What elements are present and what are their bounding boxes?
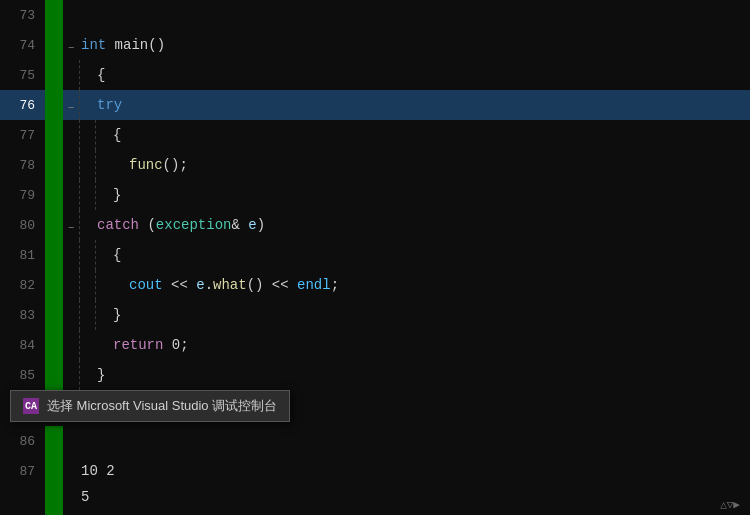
output-10-2: 10 2	[81, 463, 115, 479]
line-num-83: 83	[0, 300, 45, 330]
tooltip-icon-text: CA	[25, 401, 37, 412]
content-81: {	[111, 240, 750, 270]
brace-close: }	[113, 307, 121, 323]
line-num-73: 73	[0, 0, 45, 30]
line-num-86: 86	[0, 426, 45, 456]
content-80: catch (exception& e)	[95, 210, 750, 240]
code-line-86: 86	[0, 426, 750, 456]
indent-bar	[95, 240, 111, 270]
tooltip-icon: CA	[23, 398, 39, 414]
indent-bar	[79, 180, 95, 210]
collapse-78	[63, 150, 79, 180]
semi: ;	[331, 277, 339, 293]
keyword-try: try	[97, 97, 122, 113]
content-74: int main()	[79, 30, 750, 60]
line-num-87: 87	[0, 456, 45, 486]
code-line-76: 76 ⚊ try	[0, 90, 750, 120]
content-82: cout << e.what() << endl;	[111, 270, 750, 300]
code-line-73: 73	[0, 0, 750, 30]
what-method: what	[213, 277, 247, 293]
gutter-85	[45, 360, 63, 390]
collapse-85	[63, 360, 79, 390]
content-75: {	[95, 60, 750, 90]
gutter-87b	[45, 486, 63, 508]
line-num-76: 76	[0, 90, 45, 120]
code-line-78: 78 func();	[0, 150, 750, 180]
collapse-79	[63, 180, 79, 210]
collapse-76[interactable]: ⚊	[63, 90, 79, 120]
param-e: e	[248, 217, 256, 233]
brace-close-main: }	[97, 367, 105, 383]
line-num-74: 74	[0, 30, 45, 60]
line-num-82: 82	[0, 270, 45, 300]
gutter-76	[45, 90, 63, 120]
collapse-73	[63, 0, 79, 30]
collapse-86	[63, 426, 79, 456]
code-line-88a: 88 delete:00000209D99D6100	[0, 508, 750, 515]
output-5: 5	[81, 489, 89, 505]
collapse-80[interactable]: ⚊	[63, 210, 79, 240]
collapse-88a	[63, 508, 79, 515]
tooltip-popup[interactable]: CA 选择 Microsoft Visual Studio 调试控制台	[10, 390, 290, 422]
tooltip-label: 选择 Microsoft Visual Studio 调试控制台	[47, 397, 277, 415]
line-num-79: 79	[0, 180, 45, 210]
gutter-86	[45, 426, 63, 456]
indent-bar	[95, 180, 111, 210]
brace-open: {	[97, 67, 105, 83]
gutter-75	[45, 60, 63, 90]
content-88a: delete:00000209D99D6100	[79, 508, 750, 515]
dot: .	[205, 277, 213, 293]
brace-open: {	[113, 247, 121, 263]
content-86	[79, 426, 750, 456]
code-line-87: 87 10 2	[0, 456, 750, 486]
content-87: 10 2	[79, 456, 750, 486]
line-num-87b	[0, 486, 45, 508]
collapse-81	[63, 240, 79, 270]
indent-bar	[79, 240, 95, 270]
content-78: func();	[111, 150, 750, 180]
gutter-79	[45, 180, 63, 210]
collapse-87b	[63, 486, 79, 508]
code-line-80: 80 ⚊ catch (exception& e)	[0, 210, 750, 240]
line-num-84: 84	[0, 330, 45, 360]
indent-bar	[79, 150, 95, 180]
indent-bar	[95, 150, 111, 180]
code-line-79: 79 }	[0, 180, 750, 210]
line-num-88a: 88	[0, 508, 45, 515]
content-73	[79, 0, 750, 30]
line-num-80: 80	[0, 210, 45, 240]
indent-bar	[79, 270, 95, 300]
gutter-81	[45, 240, 63, 270]
endl-kw: endl	[297, 277, 331, 293]
indent-bar	[79, 120, 95, 150]
content-85: }	[95, 360, 750, 390]
collapse-75	[63, 60, 79, 90]
gutter-84	[45, 330, 63, 360]
indent-bar	[79, 90, 95, 120]
indent-bar	[95, 300, 111, 330]
code-line-82: 82 cout << e.what() << endl;	[0, 270, 750, 300]
keyword-catch: catch	[97, 217, 139, 233]
code-line-75: 75 {	[0, 60, 750, 90]
space: (	[139, 217, 156, 233]
collapse-74[interactable]: ⚊	[63, 30, 79, 60]
brace-close: }	[113, 187, 121, 203]
indent-bar	[79, 360, 95, 390]
call-paren: ();	[163, 157, 188, 173]
editor-container: 73 74 ⚊ int main() 75 { 76 ⚊ try	[0, 0, 750, 515]
line-num-75: 75	[0, 60, 45, 90]
content-87b: 5	[79, 486, 750, 508]
code-line-83: 83 }	[0, 300, 750, 330]
cout-kw: cout	[129, 277, 163, 293]
code-line-85: 85 } CA 选择 Microsoft Visual Studio 调试控制台	[0, 360, 750, 390]
collapse-77	[63, 120, 79, 150]
code-line-87b: 5	[0, 486, 750, 508]
indent-bar	[79, 300, 95, 330]
indent-bar	[79, 60, 95, 90]
content-79: }	[111, 180, 750, 210]
content-84: return 0;	[95, 330, 750, 360]
indent-bar	[79, 330, 95, 360]
paren: )	[257, 217, 265, 233]
code-line-74: 74 ⚊ int main()	[0, 30, 750, 60]
func-call: func	[129, 157, 163, 173]
